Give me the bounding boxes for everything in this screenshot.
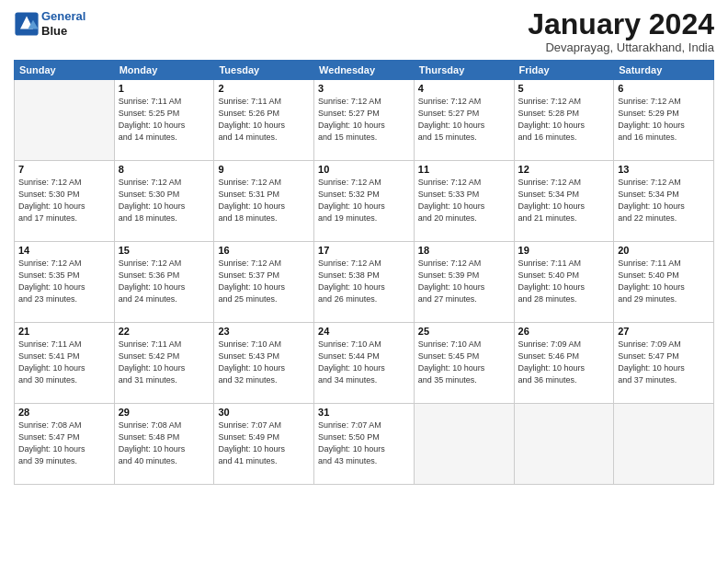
day-header-saturday: Saturday xyxy=(614,61,714,80)
page-container: General Blue January 2024 Devaprayag, Ut… xyxy=(0,0,728,489)
calendar-cell: 10 Sunrise: 7:12 AMSunset: 5:32 PMDaylig… xyxy=(314,161,415,242)
calendar-cell: 15 Sunrise: 7:12 AMSunset: 5:36 PMDaylig… xyxy=(114,242,214,323)
day-header-monday: Monday xyxy=(114,61,214,80)
day-info: Sunrise: 7:12 AMSunset: 5:27 PMDaylight:… xyxy=(318,96,410,144)
day-header-sunday: Sunday xyxy=(15,61,115,80)
day-info: Sunrise: 7:12 AMSunset: 5:39 PMDaylight:… xyxy=(418,258,510,305)
day-number: 19 xyxy=(518,245,610,256)
day-number: 23 xyxy=(218,326,310,337)
day-number: 26 xyxy=(518,326,610,337)
calendar-cell: 26 Sunrise: 7:09 AMSunset: 5:46 PMDaylig… xyxy=(514,323,614,404)
day-info: Sunrise: 7:12 AMSunset: 5:34 PMDaylight:… xyxy=(618,177,710,224)
day-info: Sunrise: 7:09 AMSunset: 5:46 PMDaylight:… xyxy=(518,339,610,386)
day-number: 20 xyxy=(618,245,710,256)
day-info: Sunrise: 7:12 AMSunset: 5:36 PMDaylight:… xyxy=(119,258,210,305)
calendar-cell: 20 Sunrise: 7:11 AMSunset: 5:40 PMDaylig… xyxy=(614,242,714,323)
day-info: Sunrise: 7:07 AMSunset: 5:49 PMDaylight:… xyxy=(218,419,310,467)
day-number: 15 xyxy=(119,245,210,256)
day-info: Sunrise: 7:11 AMSunset: 5:40 PMDaylight:… xyxy=(518,258,610,305)
day-info: Sunrise: 7:11 AMSunset: 5:42 PMDaylight:… xyxy=(119,339,210,386)
day-info: Sunrise: 7:12 AMSunset: 5:30 PMDaylight:… xyxy=(18,177,110,224)
day-info: Sunrise: 7:11 AMSunset: 5:25 PMDaylight:… xyxy=(119,96,210,144)
day-info: Sunrise: 7:08 AMSunset: 5:48 PMDaylight:… xyxy=(119,419,210,467)
calendar-cell: 8 Sunrise: 7:12 AMSunset: 5:30 PMDayligh… xyxy=(114,161,214,242)
calendar-cell: 21 Sunrise: 7:11 AMSunset: 5:41 PMDaylig… xyxy=(15,323,115,404)
calendar-cell: 4 Sunrise: 7:12 AMSunset: 5:27 PMDayligh… xyxy=(414,80,514,161)
day-info: Sunrise: 7:12 AMSunset: 5:38 PMDaylight:… xyxy=(318,258,410,305)
day-info: Sunrise: 7:12 AMSunset: 5:32 PMDaylight:… xyxy=(318,177,410,224)
calendar-cell xyxy=(414,404,514,485)
day-info: Sunrise: 7:12 AMSunset: 5:30 PMDaylight:… xyxy=(119,177,210,224)
day-info: Sunrise: 7:10 AMSunset: 5:45 PMDaylight:… xyxy=(418,339,510,386)
calendar-cell: 14 Sunrise: 7:12 AMSunset: 5:35 PMDaylig… xyxy=(15,242,115,323)
day-header-thursday: Thursday xyxy=(414,61,514,80)
calendar-cell: 18 Sunrise: 7:12 AMSunset: 5:39 PMDaylig… xyxy=(414,242,514,323)
calendar-cell: 5 Sunrise: 7:12 AMSunset: 5:28 PMDayligh… xyxy=(514,80,614,161)
calendar-cell xyxy=(514,404,614,485)
day-info: Sunrise: 7:12 AMSunset: 5:33 PMDaylight:… xyxy=(418,177,510,224)
day-info: Sunrise: 7:12 AMSunset: 5:37 PMDaylight:… xyxy=(218,258,310,305)
logo-blue: Blue xyxy=(41,24,67,38)
day-number: 28 xyxy=(18,407,110,418)
calendar-cell: 28 Sunrise: 7:08 AMSunset: 5:47 PMDaylig… xyxy=(15,404,115,485)
day-number: 27 xyxy=(618,326,710,337)
day-number: 29 xyxy=(119,407,210,418)
day-info: Sunrise: 7:12 AMSunset: 5:28 PMDaylight:… xyxy=(518,96,610,144)
day-header-wednesday: Wednesday xyxy=(314,61,415,80)
day-number: 12 xyxy=(518,164,610,175)
calendar-cell xyxy=(15,80,115,161)
day-number: 7 xyxy=(18,164,110,175)
day-number: 13 xyxy=(618,164,710,175)
calendar-cell: 16 Sunrise: 7:12 AMSunset: 5:37 PMDaylig… xyxy=(214,242,314,323)
title-block: January 2024 Devaprayag, Uttarakhand, In… xyxy=(528,9,714,54)
calendar-cell xyxy=(614,404,714,485)
day-header-tuesday: Tuesday xyxy=(214,61,314,80)
calendar-week-3: 14 Sunrise: 7:12 AMSunset: 5:35 PMDaylig… xyxy=(15,242,714,323)
day-number: 10 xyxy=(318,164,410,175)
day-info: Sunrise: 7:12 AMSunset: 5:29 PMDaylight:… xyxy=(618,96,710,144)
calendar-week-5: 28 Sunrise: 7:08 AMSunset: 5:47 PMDaylig… xyxy=(15,404,714,485)
day-number: 21 xyxy=(18,326,110,337)
logo-general: General xyxy=(41,9,85,23)
calendar-week-4: 21 Sunrise: 7:11 AMSunset: 5:41 PMDaylig… xyxy=(15,323,714,404)
day-info: Sunrise: 7:10 AMSunset: 5:43 PMDaylight:… xyxy=(218,339,310,386)
calendar-cell: 30 Sunrise: 7:07 AMSunset: 5:49 PMDaylig… xyxy=(214,404,314,485)
calendar-cell: 22 Sunrise: 7:11 AMSunset: 5:42 PMDaylig… xyxy=(114,323,214,404)
day-number: 6 xyxy=(618,83,710,94)
day-info: Sunrise: 7:12 AMSunset: 5:35 PMDaylight:… xyxy=(18,258,110,305)
calendar-cell: 9 Sunrise: 7:12 AMSunset: 5:31 PMDayligh… xyxy=(214,161,314,242)
calendar-table: SundayMondayTuesdayWednesdayThursdayFrid… xyxy=(14,60,714,485)
day-number: 30 xyxy=(218,407,310,418)
calendar-title: January 2024 xyxy=(528,9,714,39)
day-number: 18 xyxy=(418,245,510,256)
day-number: 31 xyxy=(318,407,410,418)
day-number: 24 xyxy=(318,326,410,337)
logo-text: General Blue xyxy=(41,9,85,38)
header: General Blue January 2024 Devaprayag, Ut… xyxy=(14,9,714,54)
calendar-cell: 19 Sunrise: 7:11 AMSunset: 5:40 PMDaylig… xyxy=(514,242,614,323)
day-number: 16 xyxy=(218,245,310,256)
logo: General Blue xyxy=(14,9,85,38)
calendar-cell: 24 Sunrise: 7:10 AMSunset: 5:44 PMDaylig… xyxy=(314,323,415,404)
day-number: 9 xyxy=(218,164,310,175)
calendar-cell: 13 Sunrise: 7:12 AMSunset: 5:34 PMDaylig… xyxy=(614,161,714,242)
day-header-friday: Friday xyxy=(514,61,614,80)
day-number: 4 xyxy=(418,83,510,94)
calendar-cell: 27 Sunrise: 7:09 AMSunset: 5:47 PMDaylig… xyxy=(614,323,714,404)
day-number: 2 xyxy=(218,83,310,94)
calendar-cell: 29 Sunrise: 7:08 AMSunset: 5:48 PMDaylig… xyxy=(114,404,214,485)
calendar-cell: 2 Sunrise: 7:11 AMSunset: 5:26 PMDayligh… xyxy=(214,80,314,161)
calendar-cell: 11 Sunrise: 7:12 AMSunset: 5:33 PMDaylig… xyxy=(414,161,514,242)
day-number: 5 xyxy=(518,83,610,94)
day-number: 25 xyxy=(418,326,510,337)
calendar-subtitle: Devaprayag, Uttarakhand, India xyxy=(528,40,714,54)
day-info: Sunrise: 7:11 AMSunset: 5:40 PMDaylight:… xyxy=(618,258,710,305)
calendar-week-2: 7 Sunrise: 7:12 AMSunset: 5:30 PMDayligh… xyxy=(15,161,714,242)
day-number: 17 xyxy=(318,245,410,256)
logo-icon xyxy=(14,11,40,37)
day-info: Sunrise: 7:08 AMSunset: 5:47 PMDaylight:… xyxy=(18,419,110,467)
day-info: Sunrise: 7:10 AMSunset: 5:44 PMDaylight:… xyxy=(318,339,410,386)
day-number: 22 xyxy=(119,326,210,337)
calendar-cell: 6 Sunrise: 7:12 AMSunset: 5:29 PMDayligh… xyxy=(614,80,714,161)
day-info: Sunrise: 7:12 AMSunset: 5:31 PMDaylight:… xyxy=(218,177,310,224)
